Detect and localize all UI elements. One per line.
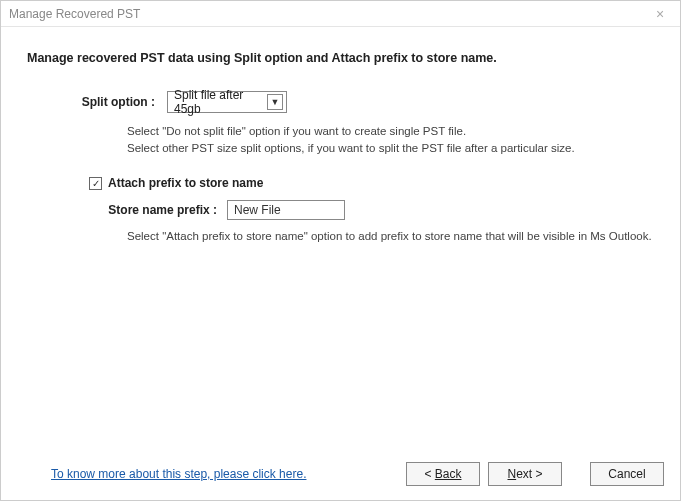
split-option-value: Split file after 45gb	[174, 88, 267, 116]
store-prefix-description: Select "Attach prefix to store name" opt…	[127, 228, 654, 245]
window-title: Manage Recovered PST	[9, 7, 648, 21]
store-prefix-label: Store name prefix :	[27, 203, 227, 217]
split-desc-line2: Select other PST size split options, if …	[127, 140, 654, 157]
back-button[interactable]: < Back	[406, 462, 480, 486]
chevron-down-icon: ▼	[267, 94, 283, 110]
cancel-button[interactable]: Cancel	[590, 462, 664, 486]
close-icon[interactable]: ×	[648, 7, 672, 21]
store-prefix-row: Store name prefix :	[27, 200, 654, 220]
dialog-footer: To know more about this step, please cli…	[1, 452, 680, 500]
store-prefix-input[interactable]	[227, 200, 345, 220]
split-option-row: Split option : Split file after 45gb ▼	[27, 91, 654, 113]
split-desc-line1: Select "Do not split file" option if you…	[127, 123, 654, 140]
next-button[interactable]: Next >	[488, 462, 562, 486]
split-option-label: Split option :	[27, 95, 167, 109]
attach-prefix-label: Attach prefix to store name	[108, 176, 263, 190]
help-link[interactable]: To know more about this step, please cli…	[51, 467, 398, 481]
page-heading: Manage recovered PST data using Split op…	[27, 51, 654, 65]
split-option-description: Select "Do not split file" option if you…	[127, 123, 654, 156]
split-option-select[interactable]: Split file after 45gb ▼	[167, 91, 287, 113]
titlebar: Manage Recovered PST ×	[1, 1, 680, 27]
dialog-content: Manage recovered PST data using Split op…	[1, 27, 680, 452]
back-button-label: Back	[435, 467, 462, 481]
attach-prefix-checkbox[interactable]: ✓	[89, 177, 102, 190]
attach-prefix-row: ✓ Attach prefix to store name	[89, 176, 654, 190]
